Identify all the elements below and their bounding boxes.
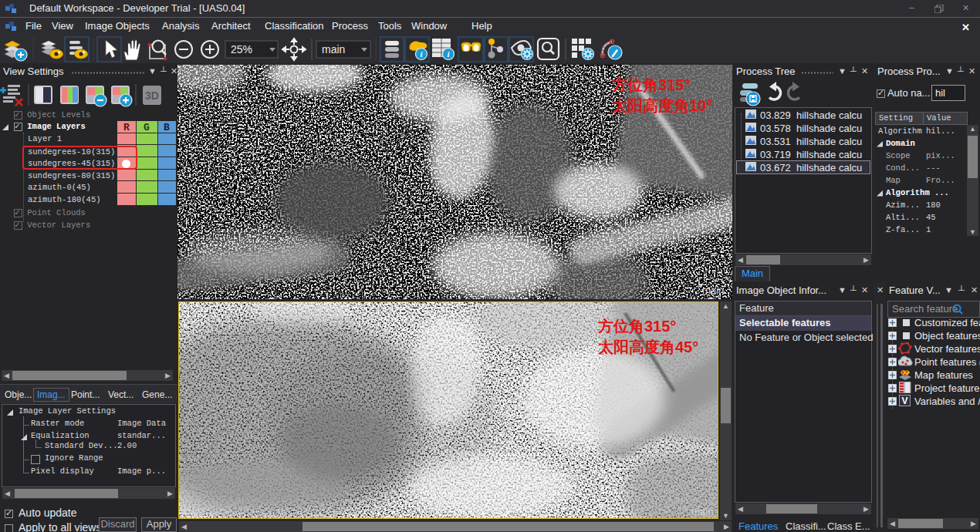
svg-text:25%: 25%	[231, 43, 252, 56]
svg-text:V: V	[901, 396, 907, 406]
svg-text:main: main	[322, 43, 345, 56]
svg-text:3D: 3D	[145, 89, 159, 102]
